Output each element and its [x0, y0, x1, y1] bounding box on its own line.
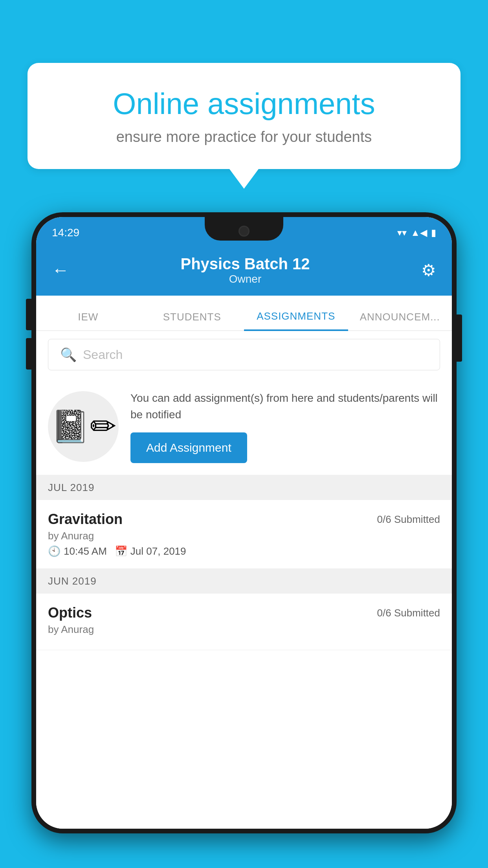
phone-container: 14:29 ▾▾ ▲◀ ▮ ← Physics Batch 12 Owner ⚙… [31, 212, 457, 868]
signal-icon: ▲◀ [411, 227, 427, 238]
wifi-icon: ▾▾ [397, 227, 407, 238]
volume-up-button [26, 299, 31, 330]
tab-assignments[interactable]: ASSIGNMENTS [244, 310, 348, 331]
bubble-title: Online assignments [55, 86, 433, 121]
bubble-subtitle: ensure more practice for your students [55, 129, 433, 145]
search-container: 🔍 Search [36, 331, 452, 378]
phone-notch [205, 217, 283, 241]
header-subtitle: Owner [180, 273, 310, 285]
section-header-jun: JUN 2019 [36, 569, 452, 594]
phone-frame: 14:29 ▾▾ ▲◀ ▮ ← Physics Batch 12 Owner ⚙… [31, 212, 457, 833]
section-header-jul: JUL 2019 [36, 475, 452, 500]
power-button [457, 314, 462, 362]
promo-section: 📓✏ You can add assignment(s) from here a… [36, 378, 452, 475]
assignment-status-gravitation: 0/6 Submitted [377, 513, 440, 526]
tab-announcements[interactable]: ANNOUNCEM... [348, 311, 452, 330]
search-icon: 🔍 [60, 347, 77, 362]
assignment-author-optics: by Anurag [48, 623, 440, 636]
search-box[interactable]: 🔍 Search [48, 339, 440, 370]
battery-icon: ▮ [431, 227, 436, 238]
clock-icon: 🕙 [48, 545, 61, 557]
tab-students[interactable]: STUDENTS [140, 311, 244, 330]
assignment-status-optics: 0/6 Submitted [377, 607, 440, 619]
status-time: 14:29 [52, 226, 79, 239]
assignment-time-gravitation: 10:45 AM [64, 545, 107, 557]
assignment-name-gravitation: Gravitation [48, 511, 123, 528]
assignment-name-optics: Optics [48, 605, 92, 621]
promo-text: You can add assignment(s) from here and … [130, 390, 440, 423]
assignment-top-row: Gravitation 0/6 Submitted [48, 511, 440, 528]
assignment-optics-top-row: Optics 0/6 Submitted [48, 605, 440, 621]
app-header: ← Physics Batch 12 Owner ⚙ [36, 245, 452, 296]
speech-bubble-container: Online assignments ensure more practice … [28, 63, 460, 169]
settings-icon[interactable]: ⚙ [421, 261, 436, 280]
speech-bubble: Online assignments ensure more practice … [28, 63, 460, 169]
phone-camera [238, 226, 250, 237]
assignment-item-optics[interactable]: Optics 0/6 Submitted by Anurag [36, 594, 452, 650]
header-title: Physics Batch 12 [180, 255, 310, 273]
time-meta: 🕙 10:45 AM [48, 545, 107, 557]
back-button[interactable]: ← [52, 260, 69, 280]
promo-content: You can add assignment(s) from here and … [130, 390, 440, 463]
add-assignment-button[interactable]: Add Assignment [130, 432, 247, 463]
notebook-icon: 📓✏ [51, 408, 116, 445]
assignment-author-gravitation: by Anurag [48, 530, 440, 542]
calendar-icon: 📅 [115, 545, 127, 557]
assignment-date-gravitation: Jul 07, 2019 [130, 545, 186, 557]
date-meta: 📅 Jul 07, 2019 [115, 545, 186, 557]
status-icons: ▾▾ ▲◀ ▮ [397, 227, 436, 238]
tabs-bar: IEW STUDENTS ASSIGNMENTS ANNOUNCEM... [36, 296, 452, 331]
content-area: 🔍 Search 📓✏ You can add assignment(s) fr… [36, 331, 452, 829]
search-placeholder: Search [83, 348, 123, 362]
assignment-meta-gravitation: 🕙 10:45 AM 📅 Jul 07, 2019 [48, 545, 440, 557]
promo-icon-circle: 📓✏ [48, 391, 119, 462]
header-center: Physics Batch 12 Owner [180, 255, 310, 285]
volume-down-button [26, 338, 31, 370]
assignment-item-gravitation[interactable]: Gravitation 0/6 Submitted by Anurag 🕙 10… [36, 500, 452, 569]
phone-screen: 14:29 ▾▾ ▲◀ ▮ ← Physics Batch 12 Owner ⚙… [36, 217, 452, 829]
tab-iew[interactable]: IEW [36, 311, 140, 330]
